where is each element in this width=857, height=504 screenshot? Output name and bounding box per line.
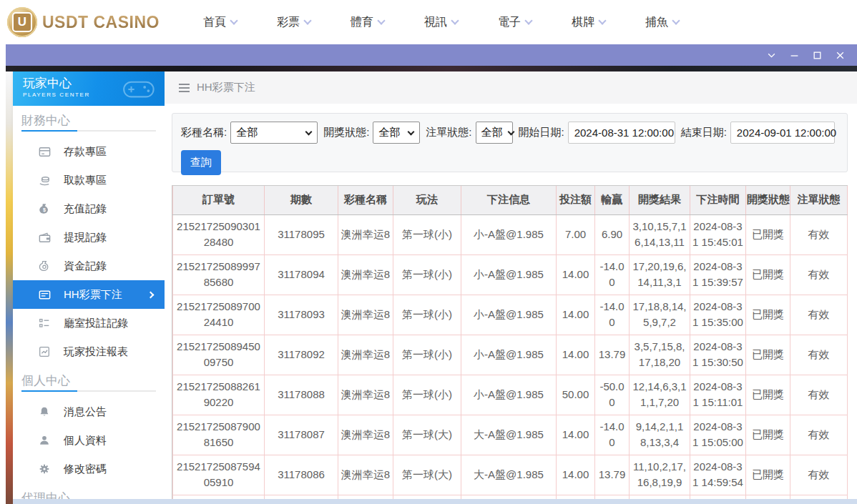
nav-item-6[interactable]: 棋牌 [552, 15, 625, 30]
column-header: 下注信息 [461, 186, 557, 214]
window-collapse-button[interactable] [760, 44, 783, 66]
window-minimize-button[interactable] [783, 44, 805, 66]
end-date-value: 2024-09-01 12:00:00 [737, 127, 836, 139]
table-row: 215217250897002441031178093澳洲幸运8第一球(小)小-… [173, 295, 848, 335]
table-cell: 13.79 [595, 335, 630, 375]
player-center-window: 玩家中心 PLAYERS CENTER 財務中心存款專區取款專區$充值記錄提現記… [6, 44, 857, 504]
draw-status-value: 全部 [378, 126, 400, 139]
window-maximize-button[interactable] [805, 44, 828, 66]
bottom-strip [13, 499, 857, 504]
sidebar-item-bell[interactable]: 消息公告 [13, 397, 165, 426]
table-cell: -14.00 [595, 295, 630, 335]
lottery-name-select[interactable]: 全部 [230, 122, 318, 144]
draw-status-select[interactable]: 全部 [373, 122, 420, 144]
table-cell: 7.00 [557, 214, 595, 255]
table-cell: 17,20,19,6,14,11,3,1 [630, 255, 690, 295]
end-date-input[interactable]: 2024-09-01 12:00:00 [730, 122, 835, 144]
minimize-icon [790, 51, 799, 60]
table-cell: 12,14,6,3,11,1,7,20 [630, 375, 690, 415]
table-cell: 2024-08-31 15:05:00 [690, 415, 746, 455]
nav-item-2[interactable]: 彩票 [257, 15, 330, 30]
lottery-name-value: 全部 [236, 126, 258, 139]
main-panel: HH彩票下注 彩種名稱: 全部 開獎狀態: 全部 注單狀態: [165, 71, 857, 504]
sidebar-item-withdraw-hand[interactable]: 取款專區 [13, 166, 165, 194]
draw-status-label: 開獎狀態: [323, 126, 369, 139]
sidebar-item-label: 玩家投注報表 [64, 345, 128, 359]
table-cell: 大-A盤@1.985 [461, 415, 557, 455]
hamburger-icon[interactable] [179, 84, 190, 92]
table-row: 215217250903012848031178095澳洲幸运8第一球(小)小-… [173, 214, 848, 255]
window-close-button[interactable] [828, 44, 851, 66]
table-cell: 第一球(小) [393, 214, 461, 255]
nav-item-label: 首頁 [203, 15, 226, 30]
column-header: 彩種名稱 [338, 186, 393, 214]
chevron-down-icon [524, 16, 532, 24]
sidebar-item-withdrawal-wallet[interactable]: 提現記錄 [13, 223, 165, 252]
column-header: 開獎狀態 [746, 186, 790, 214]
table-cell: 第一球(大) [393, 455, 461, 495]
column-header: 下注時間 [690, 186, 746, 214]
table-cell: 2152172508759405910 [173, 455, 265, 495]
sidebar-section-label: 財務中心 [21, 113, 165, 129]
chevron-down-icon [598, 16, 606, 24]
sidebar-section-label: 個人中心 [21, 373, 165, 389]
section-divider [21, 390, 156, 392]
chevron-down-icon [303, 16, 311, 24]
user-icon [37, 433, 52, 448]
table-row: 215217250894500975031178092澳洲幸运8第一球(小)小-… [173, 335, 848, 375]
table-row: 215217250882619022031178088澳洲幸运8第一球(小)小-… [173, 375, 848, 415]
sidebar-item-lottery-ticket[interactable]: HH彩票下注 [13, 280, 165, 309]
query-button[interactable]: 查詢 [181, 150, 221, 175]
sidebar-item-gear[interactable]: 修改密碼 [13, 455, 165, 483]
sidebar-item-recharge-moneybag[interactable]: $充值記錄 [13, 194, 165, 223]
table-cell: 2152172508970024410 [173, 295, 265, 335]
brand-logo[interactable]: U USDT CASINO [7, 7, 173, 37]
nav-item-label: 視訊 [424, 15, 447, 30]
table-cell: 第一球(小) [393, 255, 461, 295]
bets-table: 訂單號期數彩種名稱玩法下注信息投注額輸贏開獎結果下注時間開獎狀態注單狀態 215… [172, 185, 848, 504]
table-row: 215217250875940591031178086澳洲幸运8第一球(大)大-… [173, 455, 848, 495]
table-cell: 31178095 [265, 214, 338, 255]
window-content: 玩家中心 PLAYERS CENTER 財務中心存款專區取款專區$充值記錄提現記… [6, 66, 857, 504]
sidebar-item-deposit-card[interactable]: 存款專區 [13, 137, 165, 166]
nav-item-4[interactable]: 視訊 [404, 15, 478, 30]
sidebar-item-label: 修改密碼 [64, 463, 107, 476]
nav-item-7[interactable]: 捕魚 [625, 15, 699, 30]
nav-item-3[interactable]: 體育 [330, 15, 404, 30]
sidebar-item-label: 個人資料 [64, 434, 107, 448]
table-cell: 澳洲幸运8 [338, 214, 393, 255]
table-cell: 有效 [790, 214, 848, 255]
nav-item-5[interactable]: 電子 [478, 15, 552, 30]
table-cell: 31178086 [265, 455, 338, 495]
sidebar-item-label: 資金記錄 [64, 260, 107, 273]
nav-item-label: 棋牌 [572, 15, 594, 30]
chevron-down-icon [377, 16, 385, 24]
table-cell: 9,14,2,1,18,13,3,4 [630, 415, 690, 455]
withdrawal-wallet-icon [37, 230, 52, 244]
sidebar-item-user[interactable]: 個人資料 [13, 426, 165, 455]
order-status-select[interactable]: 全部 [476, 122, 513, 144]
table-cell: 第一球(小) [393, 335, 461, 375]
table-cell: 14.00 [557, 255, 595, 295]
sidebar-item-hall-record[interactable]: 廳室投註記錄 [13, 309, 165, 337]
table-cell: 2024-08-31 15:35:00 [690, 295, 746, 335]
chevron-down-icon [507, 128, 514, 135]
table-cell: 14.00 [557, 455, 595, 495]
table-cell: 11,10,2,17,16,8,19,9 [630, 455, 690, 495]
nav-item-1[interactable]: 首頁 [183, 15, 257, 30]
sidebar-item-funds-record[interactable]: 資金記錄 [13, 252, 165, 280]
sidebar-item-label: 提現記錄 [64, 231, 107, 244]
start-date-input[interactable]: 2024-08-31 12:00:00 [568, 122, 675, 144]
table-cell: 已開獎 [746, 415, 790, 455]
lottery-ticket-icon [37, 287, 52, 302]
breadcrumb: HH彩票下注 [165, 71, 857, 104]
order-status-label: 注單狀態: [426, 126, 471, 139]
table-cell: 2152172508999785680 [173, 255, 265, 295]
nav-item-label: 捕魚 [645, 15, 668, 30]
start-date-value: 2024-08-31 12:00:00 [574, 127, 674, 139]
column-header: 開獎結果 [630, 186, 690, 214]
table-cell: 小-A盤@1.985 [461, 295, 557, 335]
table-cell: 已開獎 [746, 214, 790, 255]
sidebar-item-report-chart[interactable]: 玩家投注報表 [13, 337, 165, 366]
filter-panel: 彩種名稱: 全部 開獎狀態: 全部 注單狀態: 全部 開始 [172, 113, 848, 172]
